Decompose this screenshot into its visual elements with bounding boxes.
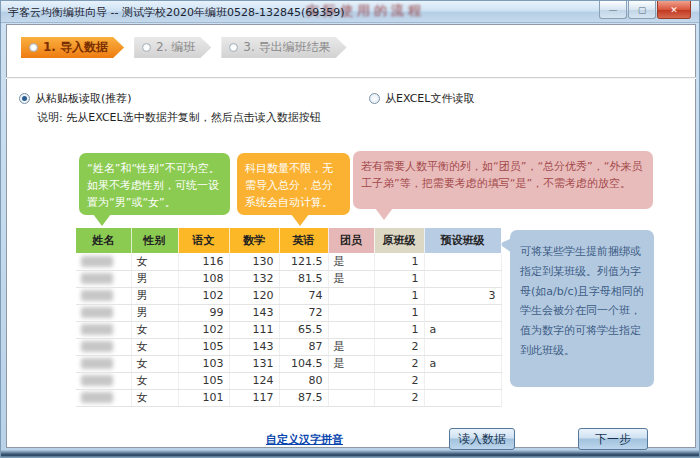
- redacted-name: [81, 307, 113, 318]
- table-cell: 女: [131, 372, 178, 389]
- minimize-button[interactable]: —: [599, 1, 627, 19]
- table-row: 女116130121.5是1: [76, 253, 501, 270]
- student-name-cell: [76, 253, 131, 270]
- table-cell: 男: [131, 270, 178, 287]
- column-header: 语文: [178, 228, 229, 253]
- table-cell: [424, 372, 501, 389]
- steps-separator: [6, 77, 696, 79]
- table-cell: 102: [178, 321, 229, 338]
- column-header: 性别: [131, 228, 178, 253]
- redacted-name: [81, 392, 113, 403]
- table-cell: a: [424, 321, 501, 338]
- table-header-row: 姓名性别语文数学英语团员原班级预设班级: [76, 228, 501, 253]
- table-cell: 121.5: [279, 253, 328, 270]
- table-cell: [328, 304, 374, 321]
- table-cell: 80: [279, 372, 328, 389]
- table-cell: 143: [229, 304, 279, 321]
- table-row: 男1021207413: [76, 287, 501, 304]
- student-name-cell: [76, 287, 131, 304]
- student-table: 姓名性别语文数学英语团员原班级预设班级 女116130121.5是1男10813…: [76, 228, 502, 407]
- instruction-text: 说明: 先从EXCEL选中数据并复制，然后点击读入数据按钮: [37, 110, 321, 125]
- table-cell: 女: [131, 355, 178, 372]
- step-label: 3. 导出编班结果: [243, 39, 330, 56]
- step-label: 2. 编班: [156, 39, 195, 56]
- student-table-body: 女116130121.5是1男10813281.5是1男1021207413男9…: [76, 253, 501, 406]
- maximize-button[interactable]: ▢: [628, 1, 656, 19]
- table-cell: 81.5: [279, 270, 328, 287]
- table-cell: 111: [229, 321, 279, 338]
- table-cell: 男: [131, 304, 178, 321]
- step-radio-icon: [142, 43, 151, 52]
- table-cell: 102: [178, 287, 229, 304]
- step-label: 1. 导入数据: [43, 39, 108, 56]
- step-export-result[interactable]: 3. 导出编班结果: [221, 37, 346, 58]
- table-cell: 3: [424, 287, 501, 304]
- redacted-name: [81, 375, 113, 386]
- table-cell: [424, 270, 501, 287]
- column-header: 英语: [279, 228, 328, 253]
- table-cell: [328, 321, 374, 338]
- radio-unchecked-icon[interactable]: [369, 93, 380, 104]
- next-step-button[interactable]: 下一步: [578, 428, 648, 450]
- title-bar[interactable]: 实际使用的流程 宇客云均衡编班向导 -- 测试学校2020年编班0528-132…: [1, 1, 699, 23]
- table-cell: [424, 253, 501, 270]
- tip-bubble-subjects: 科目数量不限，无需导入总分，总分系统会自动计算。: [237, 153, 350, 215]
- window-bottom-frame: [1, 450, 699, 457]
- table-cell: 130: [229, 253, 279, 270]
- student-name-cell: [76, 372, 131, 389]
- step-radio-icon: [29, 43, 38, 52]
- table-cell: [424, 338, 501, 355]
- redacted-name: [81, 256, 113, 267]
- table-cell: 是: [328, 253, 374, 270]
- close-button[interactable]: ✕: [657, 1, 691, 19]
- table-cell: 1: [374, 304, 424, 321]
- tip-bubble-balance: 若有需要人数平衡的列，如“团员”，“总分优秀”，“外来员工子弟”等，把需要考虑的…: [353, 151, 653, 209]
- table-cell: 1: [374, 270, 424, 287]
- redacted-name: [81, 358, 113, 369]
- redacted-name: [81, 324, 113, 335]
- radio-checked-icon[interactable]: [19, 93, 30, 104]
- column-header: 原班级: [374, 228, 424, 253]
- step-radio-icon: [229, 43, 238, 52]
- tip-bubble-preset-class: 可将某些学生提前捆绑或指定到某班级。列值为字母(如a/b/c)且字母相同的学生会…: [510, 230, 654, 387]
- student-name-cell: [76, 338, 131, 355]
- table-cell: 女: [131, 253, 178, 270]
- table-cell: 132: [229, 270, 279, 287]
- radio-excel-label: 从EXCEL文件读取: [385, 91, 474, 106]
- student-name-cell: [76, 355, 131, 372]
- column-header: 姓名: [76, 228, 131, 253]
- table-row: 女10111787.52: [76, 389, 501, 406]
- radio-clipboard[interactable]: 从粘贴板读取(推荐): [19, 91, 132, 106]
- table-cell: 87: [279, 338, 328, 355]
- table-cell: 101: [178, 389, 229, 406]
- table-cell: 104.5: [279, 355, 328, 372]
- step-import-data[interactable]: 1. 导入数据: [21, 37, 124, 58]
- read-data-button[interactable]: 读入数据: [449, 428, 515, 450]
- table-cell: [328, 287, 374, 304]
- table-cell: [328, 372, 374, 389]
- column-header: 数学: [229, 228, 279, 253]
- table-cell: 116: [178, 253, 229, 270]
- custom-pinyin-link[interactable]: 自定义汉字拼音: [266, 432, 343, 447]
- radio-excel-file[interactable]: 从EXCEL文件读取: [369, 91, 474, 106]
- table-cell: [424, 389, 501, 406]
- table-cell: 女: [131, 389, 178, 406]
- table-cell: 2: [374, 338, 424, 355]
- student-name-cell: [76, 270, 131, 287]
- window-controls: — ▢ ✕: [598, 1, 691, 19]
- student-name-cell: [76, 389, 131, 406]
- table-cell: [328, 389, 374, 406]
- table-row: 男99143721: [76, 304, 501, 321]
- column-header: 团员: [328, 228, 374, 253]
- step-assign-class[interactable]: 2. 编班: [134, 37, 211, 58]
- table-cell: 女: [131, 338, 178, 355]
- table-row: 女103131104.5是2a: [76, 355, 501, 372]
- table-cell: 124: [229, 372, 279, 389]
- wizard-steps: 1. 导入数据 2. 编班 3. 导出编班结果: [21, 37, 357, 58]
- student-name-cell: [76, 304, 131, 321]
- tip-bubble-name-gender: “姓名”和“性别”不可为空。如果不考虑性别，可统一设置为“男”或“女”。: [79, 153, 230, 215]
- table-cell: 1: [374, 253, 424, 270]
- table-cell: 2: [374, 372, 424, 389]
- table-cell: 女: [131, 321, 178, 338]
- table-cell: [424, 304, 501, 321]
